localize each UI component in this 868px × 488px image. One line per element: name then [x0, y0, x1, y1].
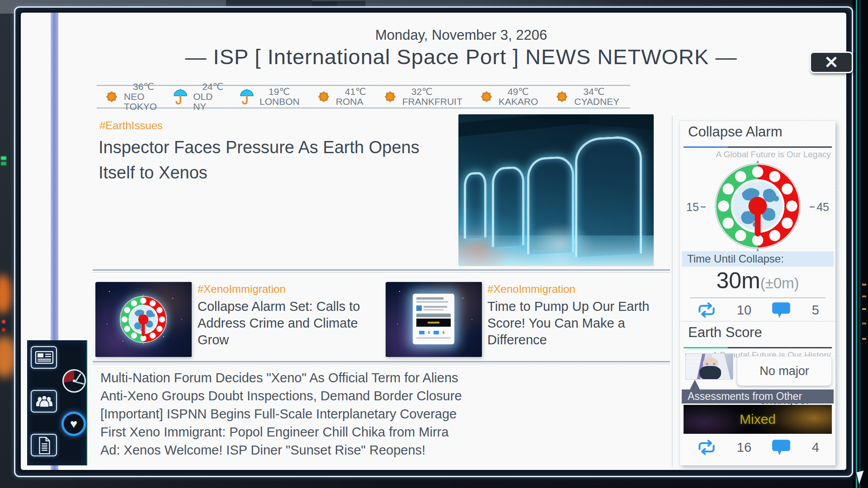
weather-item: 41℃RONA: [315, 87, 366, 107]
sub-article-thumbnail[interactable]: [95, 282, 192, 357]
menu-residents-button[interactable]: [31, 390, 57, 413]
card-divider: [690, 297, 826, 298]
comment-count: 5: [812, 303, 819, 318]
heart-icon: ♥: [70, 417, 77, 431]
favorite-button[interactable]: ♥: [61, 412, 86, 436]
stars-graphic: [386, 282, 387, 283]
people-icon: [33, 392, 55, 410]
menu-news-button[interactable]: [31, 346, 57, 369]
assessment-banner: Mixed: [684, 405, 832, 434]
score-card-graphic: [413, 294, 454, 344]
card-slogan: A Global Future is Our Legacy: [716, 150, 831, 160]
background-red-leds: [2, 320, 5, 324]
social-row: 16 4: [680, 436, 835, 458]
temperature: 24℃: [193, 82, 223, 92]
umbrella-icon: [172, 88, 189, 105]
umbrella-icon: [239, 88, 256, 105]
news-list: Multi-Nation Forum Decides "Xeno" As Off…: [100, 369, 668, 459]
date-text: Monday, November 3, 2206: [63, 27, 859, 43]
time-value: 30m: [716, 268, 760, 293]
sun-icon: [382, 88, 399, 105]
comment-bubble-icon: [771, 301, 792, 319]
city-name: CYADNEY: [574, 97, 619, 107]
avatar-eye: [713, 363, 716, 365]
sub-article-headline[interactable]: Time to Pump Up Our Earth Score! You Can…: [487, 298, 666, 348]
weather-bar: 36℃NEO TOKYO 24℃OLD NY 19℃LONBON 41℃RONA…: [97, 85, 630, 108]
time-until-collapse-label: Time Until Collapse:: [687, 253, 784, 265]
repost-icon: [696, 439, 717, 456]
news-item[interactable]: Multi-Nation Forum Decides "Xeno" As Off…: [100, 369, 668, 387]
document-icon: [33, 436, 55, 455]
gauge-min-label: 15: [686, 201, 699, 214]
game-screen: ✕ Monday, November 3, 2206 — ISP [ Inter…: [0, 0, 868, 488]
section-divider: [93, 269, 670, 272]
earth-score-card: Earth Score A Donutal Future is Our Hist…: [680, 322, 835, 465]
main-article-headline[interactable]: Inspector Faces Pressure As Earth Opens …: [99, 135, 456, 185]
sun-icon: [315, 88, 332, 105]
main-article-image[interactable]: [458, 114, 654, 266]
gate-graphic: [492, 166, 524, 247]
news-item[interactable]: Anti-Xeno Groups Doubt Inspections, Dema…: [100, 387, 668, 405]
assessments-header: Assessments from Other Planets: [682, 389, 834, 404]
city-name: RONA: [336, 97, 366, 107]
neon-line: [856, 0, 857, 488]
weather-item: 32℃FRANKFRUIT: [382, 87, 462, 107]
image-ceiling-graphic: [539, 114, 654, 131]
time-until-collapse-strip: Time Until Collapse:: [682, 251, 834, 267]
city-name: FRANKFRUIT: [402, 97, 462, 107]
sub-article-thumbnail[interactable]: [386, 282, 482, 357]
temperature: 34℃: [574, 87, 619, 97]
news-item[interactable]: [Important] ISPNN Begins Full-Scale Inte…: [100, 405, 668, 423]
assessment-value: Mixed: [684, 405, 832, 434]
article-tag[interactable]: #EarthIssues: [99, 119, 163, 132]
social-row: 10 5: [680, 299, 835, 321]
newspaper-icon: [33, 348, 55, 366]
gate-graphic: [575, 135, 642, 257]
article-tag[interactable]: #XenoImmigration: [198, 283, 286, 296]
city-name: NEO TOKYO: [124, 92, 157, 112]
gauge-tick-dash: [810, 206, 815, 207]
background-orange-light: [0, 275, 12, 314]
weather-item: 34℃CYADNEY: [553, 87, 619, 107]
repost-icon: [696, 301, 717, 319]
clock-hand: [75, 381, 84, 385]
menu-documents-button[interactable]: [31, 434, 57, 456]
sun-icon: [103, 88, 120, 105]
background-amber-leds: [862, 284, 866, 286]
title-underline: [684, 347, 832, 348]
comment-count: 4: [812, 440, 819, 455]
temperature: 19℃: [259, 87, 300, 97]
time-indicator: [62, 369, 86, 393]
avatar-eye: [706, 363, 708, 365]
temperature: 41℃: [336, 87, 366, 97]
sun-icon: [553, 88, 571, 105]
bubble-tail: [690, 380, 700, 389]
sun-icon: [478, 88, 495, 105]
time-value-row: 30m(±0m): [680, 267, 835, 294]
close-button[interactable]: ✕: [810, 52, 853, 73]
news-item[interactable]: Ad: Xenos Welcome! ISP Diner "Sunset Ris…: [100, 441, 668, 459]
temperature: 36℃: [124, 82, 157, 92]
article-tag[interactable]: #XenoImmigration: [487, 283, 576, 296]
stars-graphic: [95, 282, 96, 283]
card-title: Earth Score: [688, 324, 762, 341]
avatar: [685, 353, 733, 380]
status-bubble: No major changes.: [737, 356, 832, 386]
collapse-alarm-card: Collapse Alarm A Global Future is Our Le…: [680, 121, 835, 322]
news-item[interactable]: First Xeno Immigrant: Popol Engineer Chi…: [100, 423, 668, 441]
sub-article-headline[interactable]: Collapse Alarm Set: Calls to Address Cri…: [198, 298, 378, 348]
section-divider: [93, 361, 670, 364]
gauge-tick-dash: [701, 206, 706, 207]
collapse-alarm-gauge: [712, 160, 804, 252]
collapse-gauge-thumbnail: [118, 294, 169, 345]
temperature: 32℃: [402, 87, 462, 97]
weather-item: 19℃LONBON: [239, 87, 300, 107]
avatar-mask: [699, 366, 721, 380]
gate-graphic: [464, 172, 486, 239]
repost-count: 16: [737, 440, 751, 455]
weather-item: 36℃NEO TOKYO: [103, 82, 157, 112]
card-title: Collapse Alarm: [688, 124, 782, 140]
neon-line: [859, 0, 860, 488]
city-name: LONBON: [259, 97, 300, 107]
weather-item: 49℃KAKARO: [478, 87, 538, 107]
